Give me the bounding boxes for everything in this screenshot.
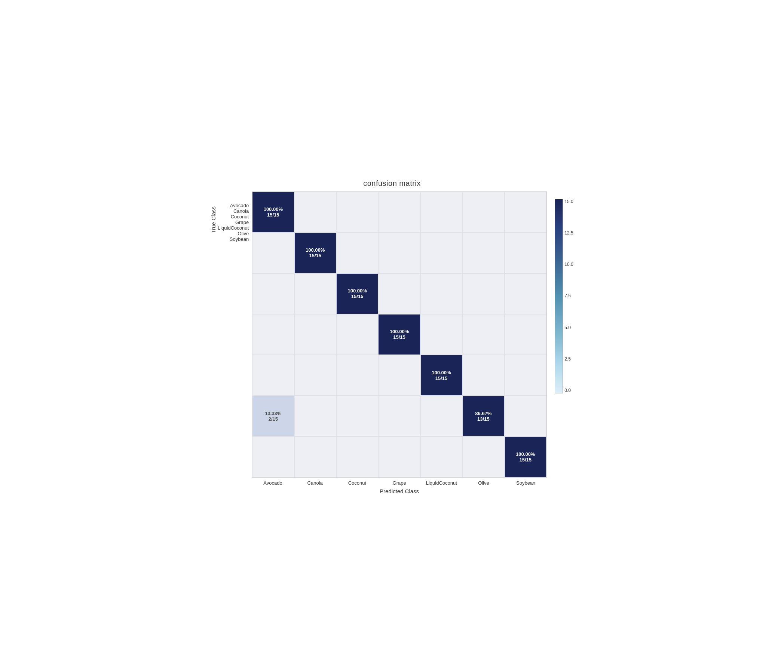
matrix-cell: 100.00%15/15 bbox=[252, 192, 294, 233]
matrix-cell bbox=[252, 436, 294, 477]
matrix-cell bbox=[378, 355, 420, 396]
matrix-cell bbox=[505, 233, 546, 273]
cell-frac: 15/15 bbox=[436, 375, 448, 381]
x-tick-labels: AvocadoCanolaCoconutGrapeLiquidCoconutOl… bbox=[252, 480, 547, 486]
y-tick-label: Soybean bbox=[230, 236, 249, 242]
y-tick-label: LiquidCoconut bbox=[218, 225, 249, 231]
matrix-cell: 100.00%15/15 bbox=[420, 355, 462, 396]
confusion-matrix-grid: 100.00%15/15100.00%15/15100.00%15/15100.… bbox=[252, 191, 547, 478]
x-tick-label: Avocado bbox=[252, 480, 294, 486]
matrix-cell bbox=[505, 273, 546, 314]
y-axis-label: True Class bbox=[209, 203, 218, 237]
cell-pct: 100.00% bbox=[516, 451, 535, 457]
cell-frac: 15/15 bbox=[351, 294, 364, 299]
matrix-cell bbox=[462, 355, 504, 396]
matrix-cell bbox=[294, 273, 336, 314]
matrix-cell bbox=[462, 273, 504, 314]
matrix-cell bbox=[294, 314, 336, 355]
matrix-cell bbox=[378, 192, 420, 233]
matrix-cell bbox=[294, 396, 336, 436]
colorbar-tick-label: 5.0 bbox=[565, 325, 573, 330]
x-axis-label: Predicted Class bbox=[252, 488, 547, 495]
cell-pct: 100.00% bbox=[306, 247, 325, 253]
y-tick-label: Grape bbox=[235, 219, 249, 225]
cell-pct: 86.67% bbox=[475, 411, 492, 416]
cell-pct: 100.00% bbox=[347, 288, 367, 294]
matrix-cell bbox=[378, 273, 420, 314]
matrix-cell bbox=[336, 396, 378, 436]
matrix-cell bbox=[420, 396, 462, 436]
matrix-cell bbox=[378, 436, 420, 477]
matrix-cell bbox=[505, 314, 546, 355]
matrix-cell bbox=[294, 436, 336, 477]
matrix-cell bbox=[336, 314, 378, 355]
cell-frac: 2/15 bbox=[269, 416, 278, 422]
colorbar-tick-label: 7.5 bbox=[565, 293, 573, 299]
chart-container: confusion matrix True Class AvocadoCanol… bbox=[209, 176, 575, 497]
x-tick-label: Olive bbox=[463, 480, 505, 486]
colorbar-area: 15.012.510.07.55.02.50.0 bbox=[553, 195, 575, 394]
matrix-cell bbox=[462, 314, 504, 355]
chart-title: confusion matrix bbox=[209, 176, 575, 191]
x-tick-label: Canola bbox=[294, 480, 336, 486]
chart-inner: True Class AvocadoCanolaCoconutGrapeLiqu… bbox=[209, 191, 575, 495]
cell-frac: 13/15 bbox=[477, 416, 490, 422]
cell-pct: 100.00% bbox=[390, 329, 409, 334]
cell-frac: 15/15 bbox=[520, 457, 532, 463]
matrix-cell bbox=[505, 396, 546, 436]
grid-container: 100.00%15/15100.00%15/15100.00%15/15100.… bbox=[252, 191, 547, 478]
x-tick-label: Soybean bbox=[505, 480, 547, 486]
matrix-cell: 100.00%15/15 bbox=[294, 233, 336, 273]
x-tick-label: Grape bbox=[378, 480, 420, 486]
matrix-cell bbox=[294, 355, 336, 396]
matrix-cell: 13.33%2/15 bbox=[252, 396, 294, 436]
matrix-cell bbox=[505, 192, 546, 233]
matrix-cell bbox=[420, 192, 462, 233]
colorbar-tick-label: 0.0 bbox=[565, 388, 573, 393]
y-tick-label: Canola bbox=[233, 208, 249, 214]
colorbar-bar bbox=[555, 199, 563, 394]
cell-frac: 15/15 bbox=[309, 253, 321, 258]
matrix-cell bbox=[505, 355, 546, 396]
matrix-cell bbox=[252, 233, 294, 273]
matrix-wrapper: 100.00%15/15100.00%15/15100.00%15/15100.… bbox=[252, 191, 547, 495]
cell-pct: 100.00% bbox=[264, 207, 283, 212]
y-tick-label: Avocado bbox=[230, 203, 249, 208]
cell-pct: 100.00% bbox=[432, 370, 451, 375]
matrix-cell bbox=[462, 436, 504, 477]
cell-pct: 13.33% bbox=[265, 411, 281, 416]
colorbar-ticks: 15.012.510.07.55.02.50.0 bbox=[565, 199, 573, 394]
colorbar-tick-label: 2.5 bbox=[565, 356, 573, 362]
y-tick-label: Coconut bbox=[231, 214, 249, 219]
colorbar-tick-label: 10.0 bbox=[565, 262, 573, 267]
y-tick-labels: AvocadoCanolaCoconutGrapeLiquidCoconutOl… bbox=[218, 203, 252, 242]
matrix-cell bbox=[336, 355, 378, 396]
matrix-cell bbox=[336, 233, 378, 273]
matrix-cell bbox=[378, 233, 420, 273]
matrix-cell: 100.00%15/15 bbox=[336, 273, 378, 314]
matrix-cell bbox=[252, 273, 294, 314]
matrix-cell bbox=[420, 273, 462, 314]
matrix-cell bbox=[420, 233, 462, 273]
matrix-cell bbox=[378, 396, 420, 436]
matrix-cell bbox=[252, 355, 294, 396]
x-tick-label: Coconut bbox=[336, 480, 378, 486]
cell-frac: 15/15 bbox=[267, 212, 279, 218]
colorbar-tick-label: 15.0 bbox=[565, 199, 573, 204]
matrix-cell bbox=[294, 192, 336, 233]
colorbar-row: 15.012.510.07.55.02.50.0 bbox=[555, 199, 573, 394]
matrix-cell: 100.00%15/15 bbox=[505, 436, 546, 477]
matrix-cell bbox=[336, 436, 378, 477]
cell-frac: 15/15 bbox=[393, 334, 406, 340]
y-tick-label: Olive bbox=[238, 231, 249, 236]
x-tick-label: LiquidCoconut bbox=[420, 480, 463, 486]
matrix-cell: 100.00%15/15 bbox=[378, 314, 420, 355]
matrix-cell bbox=[420, 314, 462, 355]
matrix-cell bbox=[252, 314, 294, 355]
matrix-cell bbox=[336, 192, 378, 233]
matrix-cell bbox=[462, 192, 504, 233]
matrix-cell bbox=[420, 436, 462, 477]
colorbar-tick-label: 12.5 bbox=[565, 230, 573, 236]
matrix-cell: 86.67%13/15 bbox=[462, 396, 504, 436]
matrix-cell bbox=[462, 233, 504, 273]
